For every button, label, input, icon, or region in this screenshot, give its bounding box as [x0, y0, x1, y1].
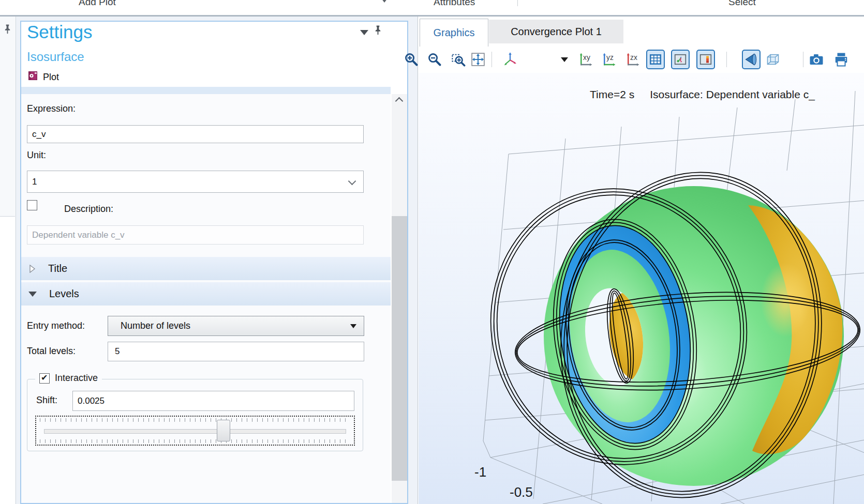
shift-label: Shift: — [36, 395, 57, 406]
printer-icon — [833, 52, 849, 67]
dropdown-arrow-icon — [561, 57, 568, 62]
interactive-checkbox[interactable] — [39, 373, 50, 384]
settings-subtitle: Isosurface — [27, 50, 84, 64]
slider-ticks-bottom — [40, 439, 350, 443]
section-title[interactable]: Title — [21, 257, 391, 280]
expression-input[interactable]: c_v — [27, 125, 364, 143]
graphics-panel: Graphics Convergence Plot 1 — [418, 17, 864, 504]
settings-form: Expression: c_v Unit: 1 Description: Dep… — [21, 94, 391, 504]
header-divider-band — [21, 87, 391, 94]
scrollbar-thumb[interactable] — [392, 216, 407, 481]
zoom-out-button[interactable] — [425, 50, 444, 69]
left-rail — [0, 17, 16, 504]
tab-graphics[interactable]: Graphics — [420, 19, 488, 47]
view-yz-button[interactable]: yz — [600, 50, 618, 69]
description-label: Description: — [64, 204, 113, 215]
go-to-default-view-button[interactable] — [501, 50, 519, 69]
total-levels-label: Total levels: — [27, 346, 76, 357]
toolbar-separator — [726, 52, 727, 67]
unit-label: Unit: — [27, 150, 46, 161]
section-levels[interactable]: Levels — [21, 282, 391, 306]
grid-icon — [649, 53, 662, 66]
shift-input[interactable]: 0.0025 — [72, 391, 354, 411]
image-snapshot-button[interactable] — [807, 50, 826, 69]
chevron-down-icon — [348, 177, 356, 186]
zoom-in-icon — [404, 52, 419, 67]
zoom-box-icon — [451, 52, 466, 67]
unit-combobox[interactable]: 1 — [27, 171, 364, 193]
total-levels-input[interactable]: 5 — [108, 342, 364, 361]
ribbon-strip: Add Plot Attributes Select — [0, 0, 864, 17]
color-legend-icon — [699, 53, 712, 66]
interactive-label: Interactive — [55, 373, 98, 384]
left-rail-panel — [0, 216, 15, 504]
zoom-extents-icon — [470, 52, 486, 67]
zoom-box-button[interactable] — [449, 50, 468, 69]
transparency-button[interactable] — [764, 50, 782, 69]
view-xy-icon: xy — [578, 52, 593, 67]
plot-view-icon — [674, 53, 687, 66]
description-input: Dependent variable c_v — [27, 225, 364, 245]
settings-title: Settings — [27, 22, 92, 42]
ribbon-group-add-plot: Add Plot — [79, 0, 116, 8]
transparency-cube-icon — [766, 52, 780, 67]
svg-text:yz: yz — [606, 54, 614, 62]
view-zx-button[interactable]: zx — [623, 50, 642, 69]
collapsed-triangle-icon — [29, 265, 36, 273]
description-checkbox[interactable] — [27, 200, 37, 210]
pin-icon[interactable] — [4, 24, 11, 34]
tab-convergence-plot[interactable]: Convergence Plot 1 — [489, 20, 623, 43]
plot-title: Time=2 sIsosurface: Dependent variable c… — [590, 88, 815, 101]
settings-panel: Settings Isosurface Plot Expression: c_v… — [20, 21, 408, 504]
plot-button-label: Plot — [43, 72, 59, 83]
print-button[interactable] — [832, 50, 851, 69]
ribbon-dropdown-icon[interactable] — [381, 0, 388, 3]
camera-icon — [809, 52, 824, 67]
plot-button[interactable]: Plot — [28, 71, 59, 83]
entry-method-combobox[interactable]: Number of levels — [108, 316, 364, 336]
view-xy-button[interactable]: xy — [576, 50, 595, 69]
slider-track[interactable] — [44, 429, 346, 434]
zoom-in-button[interactable] — [402, 50, 421, 69]
zoom-extents-button[interactable] — [469, 50, 487, 69]
slider-ticks-top — [40, 418, 350, 422]
show-plot-button[interactable] — [671, 50, 690, 69]
plot-icon — [28, 71, 37, 83]
ribbon-group-attributes: Attributes — [434, 0, 475, 8]
expanded-triangle-icon — [28, 292, 37, 297]
scene-light-button[interactable] — [742, 50, 761, 69]
scroll-up-icon[interactable] — [395, 97, 404, 105]
settings-menu-chevron-icon[interactable] — [360, 30, 368, 35]
plot-title-time: Time=2 s — [590, 88, 634, 100]
go-to-view-icon — [502, 52, 518, 67]
expression-label: Expression: — [27, 103, 76, 114]
view-dropdown-button[interactable] — [559, 50, 570, 69]
settings-scrollbar[interactable] — [392, 94, 407, 504]
plot-title-label: Isosurface: Dependent variable c_ — [650, 88, 815, 100]
axis-tick-label: -1 — [474, 464, 486, 480]
toolbar-separator — [803, 52, 803, 67]
section-levels-label: Levels — [49, 288, 79, 300]
svg-text:xy: xy — [583, 54, 590, 62]
scene-light-icon — [744, 52, 758, 67]
shift-slider[interactable] — [35, 416, 355, 446]
show-grid-button[interactable] — [646, 50, 665, 69]
combobox-arrow-icon — [350, 324, 356, 328]
axis-tick-label: -0.5 — [510, 484, 533, 500]
view-zx-icon: zx — [625, 52, 640, 67]
shift-slider-handle[interactable] — [217, 420, 230, 441]
svg-text:zx: zx — [630, 54, 637, 62]
isosurface-3d-scene — [419, 73, 864, 504]
zoom-out-icon — [427, 52, 442, 67]
view-yz-icon: yz — [601, 52, 617, 67]
toolbar-separator — [491, 52, 492, 67]
entry-method-label: Entry method: — [27, 320, 85, 331]
ribbon-separator — [517, 0, 518, 6]
interactive-legend: Interactive — [35, 373, 102, 384]
show-color-legend-button[interactable] — [696, 50, 715, 69]
settings-pin-icon[interactable] — [374, 25, 382, 35]
plot-canvas[interactable]: Time=2 sIsosurface: Dependent variable c… — [419, 73, 864, 504]
section-title-label: Title — [48, 263, 67, 274]
ribbon-group-select: Select — [728, 0, 756, 8]
